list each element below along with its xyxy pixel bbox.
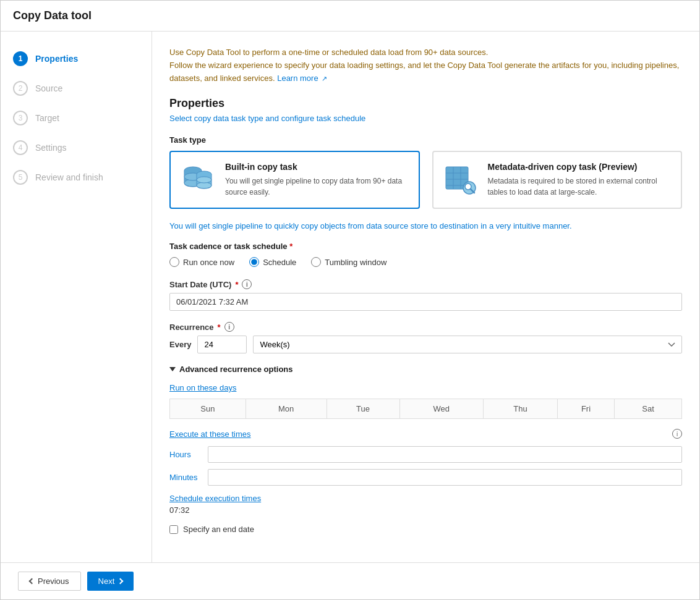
footer: Previous Next bbox=[1, 562, 699, 599]
info-text-2: Follow the wizard experience to specify … bbox=[169, 59, 682, 85]
task-type-label: Task type bbox=[169, 135, 682, 145]
radio-schedule-input[interactable] bbox=[249, 257, 259, 267]
pipeline-description: You will get single pipeline to quickly … bbox=[169, 221, 682, 230]
minutes-input[interactable] bbox=[208, 469, 682, 486]
schedule-time-value: 07:32 bbox=[169, 505, 682, 515]
radio-run-once-input[interactable] bbox=[169, 257, 179, 267]
radio-tumbling[interactable]: Tumbling window bbox=[311, 257, 386, 267]
day-mon: Mon bbox=[245, 399, 327, 419]
built-in-icon bbox=[181, 162, 215, 196]
recurrence-number-input[interactable] bbox=[197, 336, 247, 353]
task-cadence-field: Task cadence or task schedule * Run once… bbox=[169, 242, 682, 267]
step-circle-1: 1 bbox=[13, 51, 28, 66]
info-banner: Use Copy Data Tool to perform a one-time… bbox=[169, 46, 682, 85]
recurrence-unit-select[interactable]: Minute(s) Hour(s) Day(s) Week(s) Month(s… bbox=[253, 336, 682, 353]
built-in-text: Built-in copy task You will get single p… bbox=[225, 162, 409, 198]
end-date-checkbox[interactable] bbox=[169, 525, 178, 534]
days-row: Sun Mon Tue Wed Thu Fri Sat bbox=[170, 399, 682, 419]
advanced-toggle[interactable]: Advanced recurrence options bbox=[169, 365, 682, 374]
task-cards-container: Built-in copy task You will get single p… bbox=[169, 151, 682, 209]
sidebar-label-target: Target bbox=[35, 113, 59, 123]
start-date-info-icon[interactable]: i bbox=[242, 279, 252, 289]
sidebar: 1 Properties 2 Source 3 Target 4 Setting… bbox=[1, 32, 152, 562]
day-thu: Thu bbox=[484, 399, 558, 419]
hours-minutes-grid: Hours Minutes bbox=[169, 446, 682, 486]
day-wed: Wed bbox=[399, 399, 483, 419]
hours-label: Hours bbox=[169, 450, 198, 459]
start-date-label: Start Date (UTC) * i bbox=[169, 279, 682, 289]
sidebar-item-properties[interactable]: 1 Properties bbox=[1, 44, 152, 74]
external-link-icon: ↗ bbox=[322, 74, 327, 85]
info-text-1: Use Copy Data Tool to perform a one-time… bbox=[169, 46, 682, 59]
learn-more-link[interactable]: Learn more ↗ bbox=[277, 74, 327, 83]
every-label: Every bbox=[169, 340, 191, 349]
sidebar-label-review: Review and finish bbox=[35, 172, 103, 182]
minutes-label: Minutes bbox=[169, 473, 198, 482]
start-date-input[interactable] bbox=[169, 293, 682, 311]
content-area: Use Copy Data Tool to perform a one-time… bbox=[152, 32, 699, 562]
days-table: Sun Mon Tue Wed Thu Fri Sat bbox=[169, 399, 682, 419]
sidebar-item-review[interactable]: 5 Review and finish bbox=[1, 163, 152, 192]
radio-run-once-label: Run once now bbox=[183, 258, 234, 267]
svg-point-5 bbox=[197, 177, 211, 183]
sidebar-label-properties: Properties bbox=[35, 54, 78, 64]
metadata-description: Metadata is required to be stored in ext… bbox=[488, 175, 672, 198]
sidebar-item-settings[interactable]: 4 Settings bbox=[1, 133, 152, 163]
task-cadence-label: Task cadence or task schedule * bbox=[169, 242, 682, 251]
execute-times-row: Execute at these times i bbox=[169, 429, 682, 439]
end-date-row: Specify an end date bbox=[169, 525, 682, 534]
recurrence-label: Recurrence * i bbox=[169, 322, 682, 332]
sidebar-item-source[interactable]: 2 Source bbox=[1, 74, 152, 103]
collapse-icon bbox=[169, 367, 176, 371]
hours-input[interactable] bbox=[208, 446, 682, 463]
step-circle-3: 3 bbox=[13, 111, 28, 125]
info-text-2-content: Follow the wizard experience to specify … bbox=[169, 61, 679, 83]
radio-run-once[interactable]: Run once now bbox=[169, 257, 234, 267]
day-sat: Sat bbox=[615, 399, 682, 419]
built-in-description: You will get single pipeline to copy dat… bbox=[225, 175, 409, 198]
sidebar-item-target[interactable]: 3 Target bbox=[1, 103, 152, 133]
sidebar-label-settings: Settings bbox=[35, 143, 67, 153]
app-title: Copy Data tool bbox=[13, 9, 687, 22]
advanced-recurrence-section: Advanced recurrence options Run on these… bbox=[169, 365, 682, 534]
day-fri: Fri bbox=[557, 399, 614, 419]
radio-group: Run once now Schedule Tumbling window bbox=[169, 257, 682, 267]
step-circle-5: 5 bbox=[13, 170, 28, 185]
run-on-days-link[interactable]: Run on these days bbox=[169, 383, 236, 392]
radio-tumbling-label: Tumbling window bbox=[325, 258, 386, 267]
task-card-metadata[interactable]: Metadata-driven copy task (Preview) Meta… bbox=[432, 151, 683, 209]
recurrence-row: Every Minute(s) Hour(s) Day(s) Week(s) M… bbox=[169, 336, 682, 353]
end-date-label: Specify an end date bbox=[183, 525, 254, 534]
advanced-label: Advanced recurrence options bbox=[179, 365, 293, 374]
task-type-field: Task type bbox=[169, 135, 682, 209]
metadata-text: Metadata-driven copy task (Preview) Meta… bbox=[488, 162, 672, 198]
app-container: Copy Data tool 1 Properties 2 Source 3 T… bbox=[0, 0, 700, 600]
chevron-right-icon bbox=[117, 578, 124, 585]
radio-schedule-label: Schedule bbox=[263, 258, 296, 267]
metadata-icon bbox=[443, 162, 478, 196]
built-in-title: Built-in copy task bbox=[225, 162, 409, 172]
sidebar-label-source: Source bbox=[35, 83, 62, 93]
metadata-title: Metadata-driven copy task (Preview) bbox=[488, 162, 672, 172]
chevron-left-icon bbox=[29, 578, 35, 585]
recurrence-field: Recurrence * i Every Minute(s) Hour(s) D… bbox=[169, 322, 682, 353]
section-subtitle: Select copy data task type and configure… bbox=[169, 114, 682, 123]
task-card-built-in[interactable]: Built-in copy task You will get single p… bbox=[169, 151, 420, 209]
step-circle-4: 4 bbox=[13, 140, 28, 155]
next-button[interactable]: Next bbox=[87, 572, 134, 591]
day-sun: Sun bbox=[170, 399, 246, 419]
required-star: * bbox=[289, 242, 292, 251]
start-date-field: Start Date (UTC) * i bbox=[169, 279, 682, 311]
section-title: Properties bbox=[169, 97, 682, 110]
execute-times-info-icon[interactable]: i bbox=[672, 429, 682, 439]
radio-tumbling-input[interactable] bbox=[311, 257, 321, 267]
title-bar: Copy Data tool bbox=[1, 1, 699, 32]
day-tue: Tue bbox=[327, 399, 399, 419]
execute-times-link[interactable]: Execute at these times bbox=[169, 429, 251, 439]
previous-button[interactable]: Previous bbox=[18, 572, 81, 591]
step-circle-2: 2 bbox=[13, 81, 28, 96]
schedule-execution-link[interactable]: Schedule execution times bbox=[169, 494, 261, 503]
footer-left: Previous Next bbox=[18, 572, 134, 591]
radio-schedule[interactable]: Schedule bbox=[249, 257, 296, 267]
recurrence-info-icon[interactable]: i bbox=[224, 322, 234, 332]
